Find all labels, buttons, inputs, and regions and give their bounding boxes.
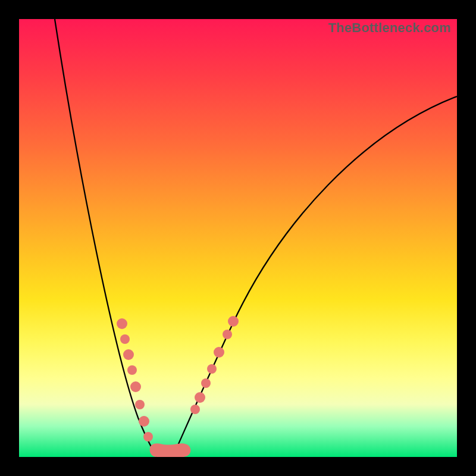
bottom-blob	[150, 443, 191, 457]
data-point	[135, 400, 145, 409]
chart-frame: TheBottleneck.com	[0, 0, 476, 476]
data-point	[201, 378, 211, 388]
data-point	[143, 432, 153, 441]
data-point	[207, 364, 217, 374]
data-point	[123, 349, 134, 360]
data-point	[228, 316, 239, 327]
chart-plot-area: TheBottleneck.com	[19, 19, 457, 457]
data-point	[130, 381, 141, 392]
left-curve	[55, 19, 157, 457]
data-point	[223, 330, 232, 339]
data-point	[214, 347, 224, 358]
right-curve	[173, 96, 457, 457]
data-point	[195, 392, 205, 403]
data-point	[190, 405, 200, 414]
data-point	[127, 365, 137, 375]
right-dots-group	[190, 316, 239, 414]
data-point	[117, 318, 127, 329]
data-point	[139, 416, 149, 427]
data-point	[120, 334, 130, 344]
left-dots-group	[117, 318, 153, 441]
chart-svg	[19, 19, 457, 457]
